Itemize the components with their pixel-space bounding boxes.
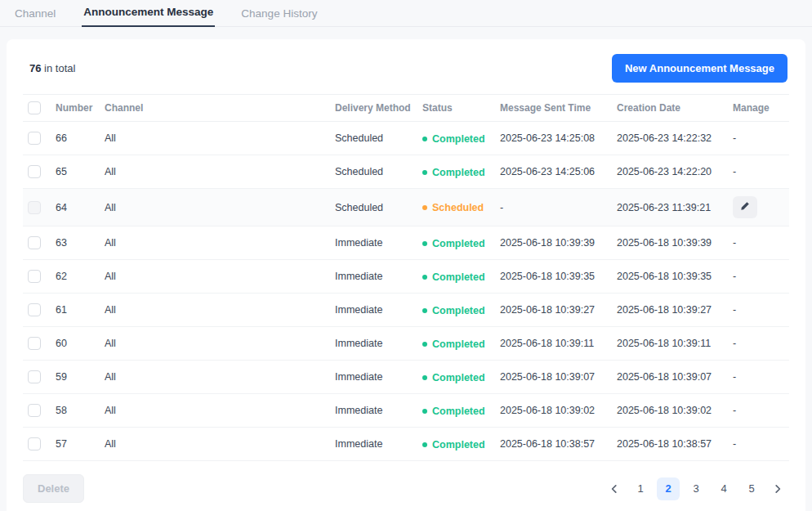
chevron-right-icon[interactable]	[768, 477, 787, 500]
row-message-sent-time: 2025-06-18 10:39:35	[500, 260, 617, 294]
status-label: Completed	[432, 271, 485, 283]
row-checkbox[interactable]	[28, 270, 41, 283]
row-creation-date: 2025-06-18 10:39:27	[617, 294, 733, 327]
status-label: Completed	[432, 238, 485, 249]
row-creation-date: 2025-06-18 10:39:02	[617, 394, 733, 428]
row-checkbox[interactable]	[28, 303, 41, 316]
status-badge: Completed	[422, 167, 485, 178]
row-channel: All	[105, 226, 335, 260]
table-row: 59AllImmediateCompleted2025-06-18 10:39:…	[23, 361, 789, 394]
status-badge: Completed	[422, 338, 485, 350]
row-delivery-method: Immediate	[335, 428, 422, 461]
total-count-number: 76	[29, 62, 41, 74]
status-label: Completed	[432, 338, 485, 350]
row-creation-date: 2025-06-18 10:39:11	[617, 327, 733, 361]
table-row: 62AllImmediateCompleted2025-06-18 10:39:…	[23, 260, 789, 294]
row-manage-cell	[733, 189, 789, 226]
row-creation-date: 2025-06-23 14:22:20	[617, 155, 733, 189]
status-dot-icon	[422, 375, 427, 380]
status-dot-icon	[422, 170, 427, 175]
tab-bar: Channel Announcement Message Change Hist…	[0, 0, 812, 27]
row-creation-date: 2025-06-18 10:38:57	[617, 428, 733, 461]
row-creation-date: 2025-06-18 10:39:39	[617, 226, 733, 260]
row-checkbox[interactable]	[28, 165, 41, 178]
delete-button[interactable]: Delete	[23, 474, 84, 503]
row-checkbox[interactable]	[28, 404, 41, 417]
row-number: 66	[56, 122, 105, 155]
tab-channel[interactable]: Channel	[13, 1, 57, 27]
table-row: 61AllImmediateCompleted2025-06-18 10:39:…	[23, 294, 789, 327]
row-message-sent-time: 2025-06-18 10:39:11	[500, 327, 617, 361]
status-dot-icon	[422, 308, 427, 313]
total-count-suffix: in total	[41, 62, 75, 74]
row-channel: All	[105, 361, 335, 394]
tab-announcement-message[interactable]: Announcement Message	[82, 0, 215, 27]
page-button-1[interactable]: 1	[629, 477, 652, 500]
header-status: Status	[422, 95, 500, 122]
row-manage-cell: -	[733, 428, 789, 461]
row-number: 62	[56, 260, 105, 294]
status-badge: Completed	[422, 372, 485, 383]
page-button-5[interactable]: 5	[740, 477, 763, 500]
row-delivery-method: Immediate	[335, 361, 422, 394]
row-manage-cell: -	[733, 155, 789, 189]
pagination: 12345	[605, 477, 787, 500]
status-badge: Completed	[422, 305, 485, 316]
page-button-3[interactable]: 3	[685, 477, 707, 500]
row-message-sent-time: -	[500, 189, 617, 226]
status-dot-icon	[422, 137, 427, 141]
edit-button[interactable]	[733, 196, 757, 218]
row-checkbox[interactable]	[28, 370, 41, 383]
status-dot-icon	[422, 241, 427, 246]
chevron-left-icon[interactable]	[605, 477, 624, 500]
row-message-sent-time: 2025-06-18 10:39:02	[500, 394, 617, 428]
row-manage-cell: -	[733, 122, 789, 155]
row-number: 60	[56, 327, 105, 361]
status-dot-icon	[422, 442, 427, 447]
row-checkbox[interactable]	[28, 437, 41, 450]
header-message-sent-time: Message Sent Time	[500, 95, 617, 122]
row-delivery-method: Immediate	[335, 394, 422, 428]
row-number: 57	[56, 428, 105, 461]
row-checkbox[interactable]	[28, 236, 41, 249]
status-badge: Completed	[422, 439, 485, 450]
status-label: Scheduled	[432, 202, 484, 213]
status-label: Completed	[432, 372, 485, 383]
table-row: 58AllImmediateCompleted2025-06-18 10:39:…	[23, 394, 789, 428]
status-badge: Completed	[422, 271, 485, 283]
row-message-sent-time: 2025-06-23 14:25:06	[500, 155, 617, 189]
new-announcement-message-button[interactable]: New Announcement Message	[612, 54, 787, 83]
row-message-sent-time: 2025-06-18 10:39:07	[500, 361, 617, 394]
row-delivery-method: Immediate	[335, 327, 422, 361]
page-button-2[interactable]: 2	[657, 477, 680, 500]
status-badge: Completed	[422, 406, 485, 417]
status-dot-icon	[422, 409, 427, 414]
row-channel: All	[105, 155, 335, 189]
header-delivery-method: Delivery Method	[335, 95, 422, 122]
status-dot-icon	[422, 275, 427, 280]
select-all-checkbox[interactable]	[28, 101, 41, 114]
row-delivery-method: Immediate	[335, 260, 422, 294]
page-button-4[interactable]: 4	[712, 477, 735, 500]
tab-change-history[interactable]: Change History	[239, 1, 319, 27]
status-badge: Completed	[422, 133, 485, 145]
header-channel: Channel	[105, 95, 335, 122]
row-delivery-method: Scheduled	[335, 189, 422, 226]
row-creation-date: 2025-06-18 10:39:07	[617, 361, 733, 394]
row-manage-cell: -	[733, 226, 789, 260]
row-creation-date: 2025-06-23 14:22:32	[617, 122, 733, 155]
row-channel: All	[105, 394, 335, 428]
row-channel: All	[105, 428, 335, 461]
row-channel: All	[105, 294, 335, 327]
row-manage-cell: -	[733, 294, 789, 327]
table-row: 60AllImmediateCompleted2025-06-18 10:39:…	[23, 327, 789, 361]
row-checkbox[interactable]	[28, 132, 41, 145]
row-message-sent-time: 2025-06-23 14:25:08	[500, 122, 617, 155]
status-dot-icon	[422, 342, 427, 347]
row-manage-cell: -	[733, 260, 789, 294]
row-message-sent-time: 2025-06-18 10:39:39	[500, 226, 617, 260]
row-creation-date: 2025-06-18 10:39:35	[617, 260, 733, 294]
row-manage-cell: -	[733, 394, 789, 428]
row-checkbox[interactable]	[28, 337, 41, 350]
table-row: 57AllImmediateCompleted2025-06-18 10:38:…	[23, 428, 789, 461]
